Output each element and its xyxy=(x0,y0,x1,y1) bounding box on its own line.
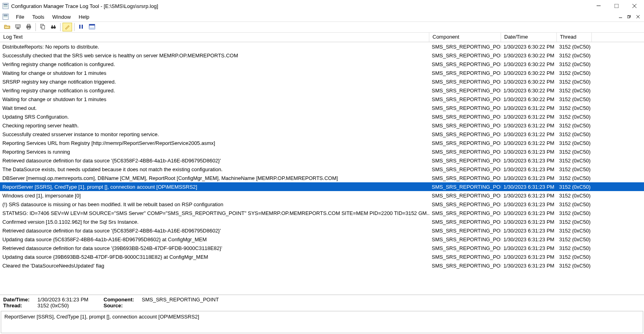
pause-button[interactable] xyxy=(76,23,86,31)
detail-thread-label: Thread: xyxy=(3,303,35,309)
log-row[interactable]: Updating data source {5C6358F2-4BB6-4a1b… xyxy=(0,235,644,244)
cell-thread: 3152 (0xC50) xyxy=(557,210,592,216)
cell-thread: 3152 (0xC50) xyxy=(557,114,592,120)
cell-text: Windows cred [1], impersonate [0] xyxy=(0,193,429,199)
svg-rect-1 xyxy=(4,4,8,5)
log-row[interactable]: The DataSource exists, but needs updated… xyxy=(0,165,644,174)
open-server-button[interactable] xyxy=(13,23,23,31)
cell-component: SMS_SRS_REPORTING_POIN xyxy=(429,131,501,137)
svg-rect-15 xyxy=(627,16,630,18)
log-row[interactable]: Confirmed version [15.0.1102.962] for th… xyxy=(0,217,644,226)
svg-rect-6 xyxy=(615,4,619,8)
cell-component: SMS_SRS_REPORTING_POIN xyxy=(429,44,501,50)
details-pane-button[interactable] xyxy=(87,23,97,31)
maximize-button[interactable] xyxy=(607,0,625,12)
message-text: ReportServer [SSRS], CredType [1], promp… xyxy=(4,314,199,320)
log-row[interactable]: Checking reporting server health.SMS_SRS… xyxy=(0,121,644,130)
cell-component: SMS_SRS_REPORTING_POIN xyxy=(429,61,501,67)
log-row[interactable]: DBServer [memsql.op.memreports.com], DBN… xyxy=(0,174,644,182)
mdi-restore-button[interactable] xyxy=(625,13,634,20)
cell-thread: 3152 (0xC50) xyxy=(557,254,592,260)
cell-component: SMS_SRS_REPORTING_POIN xyxy=(429,236,501,242)
log-row[interactable]: ReportServer [SSRS], CredType [1], promp… xyxy=(0,182,644,191)
cell-text: Cleared the 'DataSourceNeedsUpdated' fla… xyxy=(0,263,429,269)
svg-rect-13 xyxy=(619,18,622,18)
menu-window[interactable]: Window xyxy=(48,13,74,21)
find-button[interactable] xyxy=(49,23,58,31)
log-row[interactable]: Retrieved datasource definition for data… xyxy=(0,156,644,165)
cell-text: Reporting Services is running xyxy=(0,149,429,155)
log-row[interactable]: Reporting Services is runningSMS_SRS_REP… xyxy=(0,147,644,156)
message-box[interactable]: ReportServer [SSRS], CredType [1], promp… xyxy=(1,311,643,333)
log-row[interactable]: Updating SRS Configuration.SMS_SRS_REPOR… xyxy=(0,112,644,121)
cell-text: Updating SRS Configuration. xyxy=(0,114,429,120)
cell-datetime: 1/30/2023 6:31:22 PM xyxy=(501,114,557,120)
log-row[interactable]: Successfully created srsserver instance … xyxy=(0,130,644,139)
svg-rect-2 xyxy=(4,5,8,6)
log-row[interactable]: Retrieved datasource definition for data… xyxy=(0,226,644,235)
log-row[interactable]: DistributeReports: No reports to distrib… xyxy=(0,42,644,51)
svg-rect-4 xyxy=(4,7,8,7)
print-button[interactable] xyxy=(24,23,33,31)
cell-datetime: 1/30/2023 6:31:23 PM xyxy=(501,254,557,260)
log-row[interactable]: Waiting for change or shutdown for 1 min… xyxy=(0,95,644,104)
cell-thread: 3152 (0xC50) xyxy=(557,263,592,269)
folder-open-icon xyxy=(4,23,10,31)
svg-rect-3 xyxy=(4,6,8,6)
log-row[interactable]: (!) SRS datasource is missing or has bee… xyxy=(0,200,644,209)
cell-component: SMS_SRS_REPORTING_POIN xyxy=(429,263,501,269)
svg-rect-19 xyxy=(17,27,19,29)
log-row[interactable]: Updating data source {39B693BB-524B-47DF… xyxy=(0,252,644,261)
col-header-text[interactable]: Log Text xyxy=(0,33,429,42)
cell-thread: 3152 (0xC50) xyxy=(557,79,592,85)
log-row[interactable]: Cleared the 'DataSourceNeedsUpdated' fla… xyxy=(0,261,644,270)
cell-component: SMS_SRS_REPORTING_POIN xyxy=(429,88,501,94)
log-row[interactable]: Retrieved datasource definition for data… xyxy=(0,244,644,252)
cell-component: SMS_SRS_REPORTING_POIN xyxy=(429,158,501,164)
server-icon xyxy=(15,23,21,31)
printer-icon xyxy=(25,23,32,31)
cell-datetime: 1/30/2023 6:30:22 PM xyxy=(501,96,557,102)
cell-thread: 3152 (0xC50) xyxy=(557,96,592,102)
detail-panel: Date/Time: 1/30/2023 6:31:23 PM Componen… xyxy=(0,295,644,310)
col-header-datetime[interactable]: Date/Time xyxy=(501,33,557,42)
open-button[interactable] xyxy=(2,23,12,31)
col-header-thread[interactable]: Thread xyxy=(557,33,592,42)
mdi-close-button[interactable] xyxy=(634,13,642,20)
log-body[interactable]: DistributeReports: No reports to distrib… xyxy=(0,42,644,295)
highlight-button[interactable] xyxy=(63,23,72,31)
copy-icon xyxy=(39,23,46,31)
detail-thread-value: 3152 (0xC50) xyxy=(37,303,101,309)
menu-file[interactable]: File xyxy=(12,13,28,21)
cell-text: Verifing registry change notification is… xyxy=(0,88,429,94)
cell-text: Successfully checked that the SRS web se… xyxy=(0,53,429,59)
log-row[interactable]: Successfully checked that the SRS web se… xyxy=(0,51,644,60)
svg-rect-28 xyxy=(52,25,53,27)
log-row[interactable]: Waiting for change or shutdown for 1 min… xyxy=(0,68,644,77)
svg-rect-12 xyxy=(4,17,8,17)
cell-text: Successfully created srsserver instance … xyxy=(0,131,429,137)
cell-text: Reporting Services URL from Registry [ht… xyxy=(0,140,429,146)
mdi-minimize-button[interactable] xyxy=(616,13,625,20)
menu-tools[interactable]: Tools xyxy=(28,13,48,21)
log-row[interactable]: Reporting Services URL from Registry [ht… xyxy=(0,139,644,147)
close-button[interactable] xyxy=(625,0,643,12)
log-row[interactable]: Wait timed out.SMS_SRS_REPORTING_POIN1/3… xyxy=(0,104,644,112)
minimize-button[interactable] xyxy=(589,0,607,12)
toolbar-separator xyxy=(60,23,61,31)
col-header-component[interactable]: Component xyxy=(429,33,501,42)
cell-component: SMS_SRS_REPORTING_POIN xyxy=(429,201,501,207)
cell-component: SMS_SRS_REPORTING_POIN xyxy=(429,70,501,76)
log-row[interactable]: Verifing registry change notification is… xyxy=(0,86,644,95)
toolbar-separator xyxy=(74,23,74,31)
menu-help[interactable]: Help xyxy=(75,13,94,21)
copy-button[interactable] xyxy=(38,23,47,31)
detail-component-label: Component: xyxy=(104,297,139,303)
log-row[interactable]: STATMSG: ID=7406 SEV=W LEV=M SOURCE="SMS… xyxy=(0,209,644,217)
cell-thread: 3152 (0xC50) xyxy=(557,219,592,225)
log-row[interactable]: SRSRP registry key change notification t… xyxy=(0,77,644,86)
cell-component: SMS_SRS_REPORTING_POIN xyxy=(429,166,501,172)
log-row[interactable]: Windows cred [1], impersonate [0]SMS_SRS… xyxy=(0,191,644,200)
cell-datetime: 1/30/2023 6:31:23 PM xyxy=(501,263,557,269)
log-row[interactable]: Verifing registry change notification is… xyxy=(0,60,644,68)
